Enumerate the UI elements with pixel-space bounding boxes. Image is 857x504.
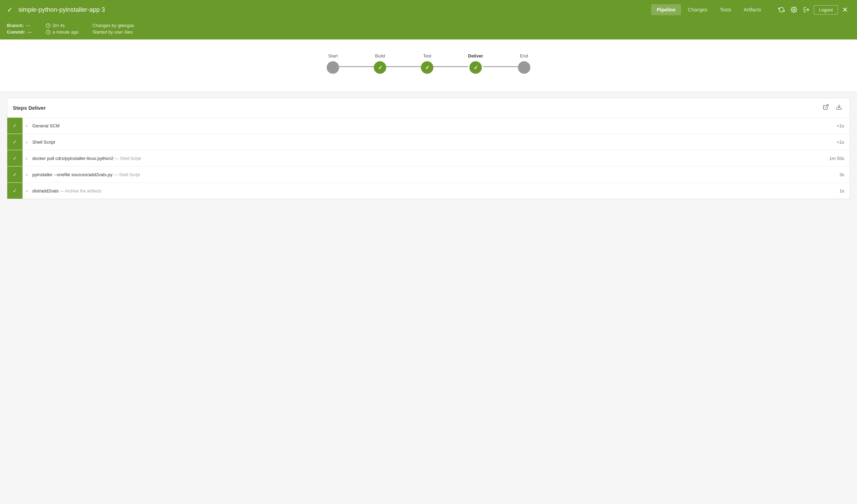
step-duration-pyinstaller: 3s	[829, 168, 850, 182]
stage-end-label: End	[520, 53, 528, 58]
stage-build: Build ✓	[374, 53, 386, 74]
step-duration-dist-add2vals: 1s	[829, 184, 850, 198]
build-check-icon: ✓	[378, 64, 382, 71]
duration-value: 2m 4s	[53, 23, 65, 28]
step-expand-docker-pull[interactable]: ›	[23, 156, 31, 161]
external-link-icon	[823, 104, 829, 110]
download-button[interactable]	[834, 103, 844, 112]
step-name-dist-add2vals: dist/add2vals — Archive the artifacts	[31, 184, 829, 198]
step-row-general-scm: ✓ › General SCM <1s	[7, 118, 850, 134]
step-name-shell-script: Shell Script	[31, 135, 829, 149]
status-check-icon: ✓	[7, 6, 13, 14]
logout-icon-button[interactable]	[801, 4, 812, 15]
step-expand-general-scm[interactable]: ›	[23, 123, 31, 128]
step-row-dist-add2vals: ✓ › dist/add2vals — Archive the artifact…	[7, 183, 850, 199]
refresh-icon	[778, 7, 785, 13]
started-by: Started by user Alex	[92, 29, 134, 35]
close-button[interactable]: ✕	[840, 3, 850, 16]
stage-build-node[interactable]: ✓	[374, 61, 386, 74]
stage-build-label: Build	[375, 53, 385, 58]
tab-artifacts[interactable]: Artifacts	[738, 4, 767, 15]
tab-changes[interactable]: Changes	[682, 4, 713, 15]
step-expand-dist-add2vals[interactable]: ›	[23, 188, 31, 194]
pipeline-track: Start Build ✓ Test ✓ Del	[327, 53, 530, 74]
stage-test-label: Test	[423, 53, 431, 58]
svg-point-0	[793, 9, 795, 11]
stage-end-node[interactable]	[518, 61, 530, 74]
logout-button[interactable]: Logout	[814, 5, 838, 15]
connector-deliver-end	[483, 66, 518, 67]
step-duration-docker-pull: 1m 50s	[824, 151, 850, 165]
clock-icon	[46, 30, 51, 35]
tab-pipeline[interactable]: Pipeline	[651, 4, 681, 15]
step-type-pyinstaller: — Shell Script	[114, 172, 140, 177]
stage-start-label: Start	[328, 53, 338, 58]
time-ago-value: a minute ago	[53, 29, 79, 35]
connector-start-build	[339, 66, 374, 67]
stage-deliver-label: Deliver	[468, 53, 483, 58]
step-expand-shell-script[interactable]: ›	[23, 140, 31, 145]
stage-end: End	[518, 53, 530, 74]
refresh-button[interactable]	[776, 4, 787, 15]
steps-header: Steps Deliver	[7, 98, 850, 118]
step-status-shell-script: ✓	[7, 134, 23, 150]
stage-deliver: Deliver ✓	[468, 53, 483, 74]
step-status-docker-pull: ✓	[7, 150, 23, 166]
settings-button[interactable]	[789, 4, 799, 15]
stage-start: Start	[327, 53, 339, 74]
step-row-pyinstaller: ✓ › pyinstaller --onefile sources/add2va…	[7, 166, 850, 183]
branch-value: —	[26, 23, 30, 28]
step-row-docker-pull: ✓ › docker pull cdrx/pyinstaller-linux:p…	[7, 150, 850, 166]
steps-action-buttons	[821, 103, 844, 112]
app-root: ✓ simple-python-pyinstaller-app 3 Pipeli…	[0, 0, 857, 199]
step-expand-pyinstaller[interactable]: ›	[23, 172, 31, 177]
stage-test-node[interactable]: ✓	[421, 61, 433, 74]
connector-build-test	[386, 66, 421, 67]
open-external-button[interactable]	[821, 103, 831, 112]
steps-section: Steps Deliver ✓ › General SCM <1s ✓ › Sh…	[7, 98, 850, 199]
pipeline-section: Start Build ✓ Test ✓ Del	[0, 39, 857, 91]
step-type-docker-pull: — Shell Script	[115, 156, 141, 161]
commit-value: —	[27, 29, 32, 35]
deliver-check-icon: ✓	[474, 64, 478, 71]
branch-label: Branch:	[7, 23, 24, 28]
test-check-icon: ✓	[425, 64, 430, 71]
tab-tests[interactable]: Tests	[714, 4, 737, 15]
steps-title: Steps Deliver	[13, 105, 46, 111]
stage-test: Test ✓	[421, 53, 433, 74]
header-action-buttons: Logout ✕	[776, 3, 850, 16]
step-name-docker-pull: docker pull cdrx/pyinstaller-linux:pytho…	[31, 151, 824, 165]
step-status-general-scm: ✓	[7, 118, 23, 134]
step-status-pyinstaller: ✓	[7, 166, 23, 182]
gear-icon	[791, 7, 797, 13]
step-type-dist-add2vals: — Archive the artifacts	[60, 189, 101, 194]
step-name-pyinstaller: pyinstaller --onefile sources/add2vals.p…	[31, 168, 829, 182]
step-duration-general-scm: <1s	[829, 119, 850, 133]
commit-label: Commit:	[7, 29, 25, 35]
changes-by: Changes by gilesgas	[92, 23, 134, 28]
download-icon	[836, 104, 842, 110]
header: ✓ simple-python-pyinstaller-app 3 Pipeli…	[0, 0, 857, 39]
stage-deliver-node[interactable]: ✓	[469, 61, 482, 74]
page-title: simple-python-pyinstaller-app 3	[18, 6, 646, 14]
signout-icon	[803, 7, 810, 13]
step-status-dist-add2vals: ✓	[7, 183, 23, 199]
connector-test-deliver	[433, 66, 468, 67]
header-nav: Pipeline Changes Tests Artifacts	[651, 4, 767, 15]
step-name-general-scm: General SCM	[31, 119, 829, 133]
step-duration-shell-script: <1s	[829, 135, 850, 149]
stage-start-node[interactable]	[327, 61, 339, 74]
duration-icon	[46, 23, 51, 28]
step-row-shell-script: ✓ › Shell Script <1s	[7, 134, 850, 150]
